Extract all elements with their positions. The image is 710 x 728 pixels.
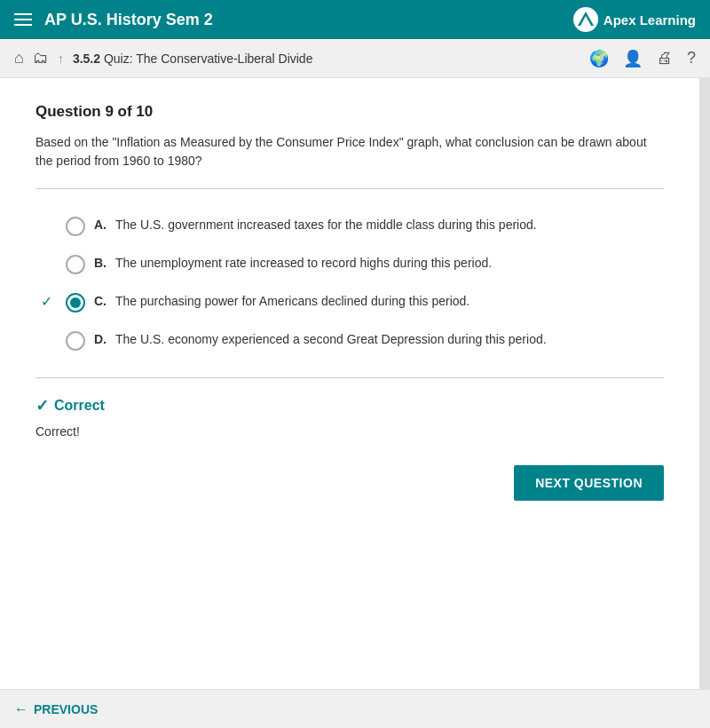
previous-button[interactable]: ← PREVIOUS <box>14 701 98 717</box>
option-a-item[interactable]: A. The U.S. government increased taxes f… <box>36 207 664 245</box>
question-number: Question 9 of 10 <box>36 103 664 121</box>
question-text: Based on the "Inflation as Measured by t… <box>36 133 664 170</box>
prev-arrow-icon: ← <box>14 701 28 717</box>
top-divider <box>36 188 664 189</box>
apex-logo-text: Apex Learning <box>604 12 696 28</box>
button-row: NEXT QUESTION <box>36 465 664 501</box>
breadcrumb-right: 🌍 👤 🖨 ? <box>589 49 696 68</box>
feedback-message: Correct! <box>36 424 664 439</box>
course-title: AP U.S. History Sem 2 <box>44 11 213 29</box>
option-d-letter: D. <box>94 332 106 346</box>
breadcrumb-bar: ⌂ 🗂 ↑ 3.5.2 Quiz: The Conservative-Liber… <box>0 39 710 78</box>
option-c-letter: C. <box>94 294 106 308</box>
top-bar-left: AP U.S. History Sem 2 <box>14 11 213 29</box>
option-a-radio[interactable] <box>66 217 85 236</box>
help-icon[interactable]: ? <box>687 49 696 67</box>
breadcrumb-separator: ↑ <box>58 51 64 66</box>
apex-logo: Apex Learning <box>573 7 696 32</box>
content-area: Question 9 of 10 Based on the "Inflation… <box>0 78 699 689</box>
translate-icon[interactable]: 🌍 <box>589 49 609 68</box>
option-d-text: The U.S. economy experienced a second Gr… <box>115 330 547 349</box>
option-c-text: The purchasing power for Americans decli… <box>115 292 469 311</box>
main-wrapper: Question 9 of 10 Based on the "Inflation… <box>0 78 710 689</box>
breadcrumb-left: ⌂ 🗂 ↑ 3.5.2 Quiz: The Conservative-Liber… <box>14 49 312 67</box>
next-question-button[interactable]: NEXT QUESTION <box>514 465 664 501</box>
feedback-check-icon: ✓ <box>36 396 49 415</box>
option-b-text: The unemployment rate increased to recor… <box>115 254 492 273</box>
option-c-radio[interactable] <box>66 293 85 313</box>
briefcase-icon[interactable]: 🗂 <box>33 49 49 67</box>
option-a-text: The U.S. government increased taxes for … <box>115 216 537 234</box>
option-b-item[interactable]: B. The unemployment rate increased to re… <box>36 245 664 283</box>
option-b-letter: B. <box>94 256 106 270</box>
top-navigation-bar: AP U.S. History Sem 2 Apex Learning <box>0 0 710 39</box>
scrollbar-track[interactable] <box>699 78 710 689</box>
previous-label: PREVIOUS <box>34 702 98 716</box>
apex-logo-icon <box>573 7 598 32</box>
feedback-label: ✓ Correct <box>36 396 664 415</box>
breadcrumb-quiz-name: The Conservative-Liberal Divide <box>136 51 312 66</box>
option-c-check: ✓ <box>36 293 57 310</box>
breadcrumb-quiz-number: 3.5.2 Quiz: The Conservative-Liberal Div… <box>73 51 313 66</box>
option-d-item[interactable]: D. The U.S. economy experienced a second… <box>36 321 664 360</box>
breadcrumb-quiz-label: Quiz: <box>104 51 133 66</box>
option-a-letter: A. <box>94 218 106 232</box>
answer-options-list: A. The U.S. government increased taxes f… <box>36 207 664 360</box>
hamburger-menu-icon[interactable] <box>14 13 32 26</box>
option-d-radio[interactable] <box>66 331 85 351</box>
accessibility-icon[interactable]: 👤 <box>623 49 643 68</box>
bottom-divider <box>36 377 664 378</box>
option-b-radio[interactable] <box>66 255 85 274</box>
home-icon[interactable]: ⌂ <box>14 49 24 67</box>
bottom-bar: ← PREVIOUS <box>0 689 710 728</box>
option-c-item[interactable]: ✓ C. The purchasing power for Americans … <box>36 283 664 321</box>
feedback-section: ✓ Correct Correct! <box>36 396 664 439</box>
feedback-label-text: Correct <box>54 398 105 414</box>
print-icon[interactable]: 🖨 <box>657 49 673 67</box>
option-c-radio-inner <box>70 297 81 308</box>
